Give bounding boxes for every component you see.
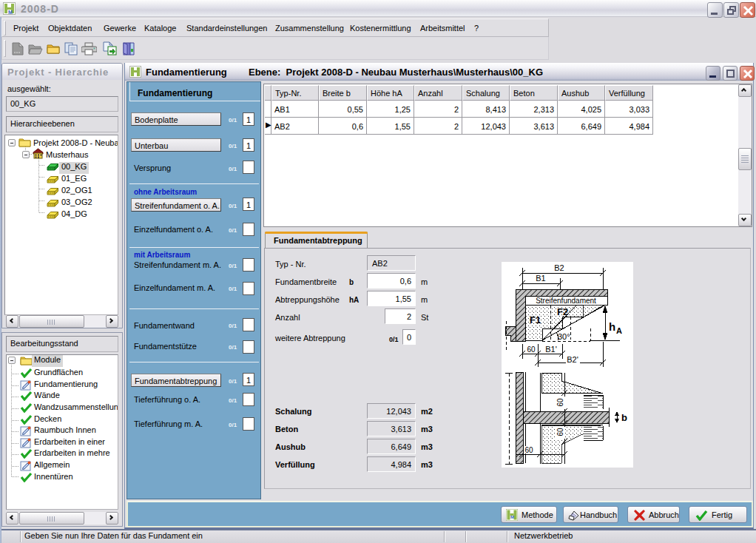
svg-text:h: h — [609, 320, 615, 333]
svg-text:60: 60 — [556, 398, 564, 407]
svg-text:F1: F1 — [530, 314, 541, 326]
svg-text:B2': B2' — [567, 355, 578, 364]
svg-text:Streifenfundament: Streifenfundament — [536, 297, 596, 305]
svg-text:60: 60 — [556, 428, 564, 436]
svg-text:30°: 30° — [558, 332, 570, 341]
svg-text:F2: F2 — [557, 306, 568, 317]
svg-text:B1': B1' — [545, 345, 557, 354]
svg-text:60: 60 — [524, 446, 533, 454]
svg-text:60: 60 — [527, 345, 536, 354]
svg-text:B2: B2 — [554, 263, 564, 272]
svg-text:A: A — [616, 326, 622, 335]
svg-text:b: b — [621, 412, 627, 423]
svg-text:B1: B1 — [536, 274, 545, 283]
svg-text:M: M — [510, 515, 514, 519]
